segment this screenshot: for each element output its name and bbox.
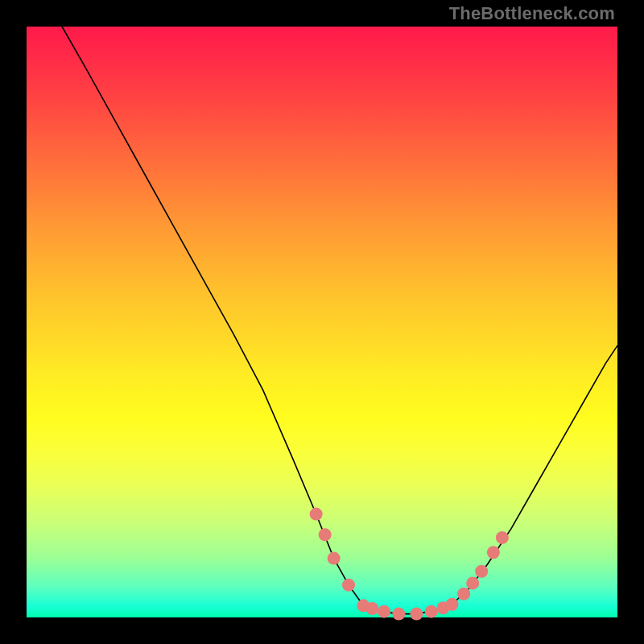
marker-dot: [457, 588, 470, 601]
marker-dot: [410, 608, 423, 621]
marker-group: [310, 508, 509, 621]
plot-area: [27, 27, 617, 617]
marker-dot: [342, 579, 355, 592]
marker-dot: [487, 546, 500, 559]
marker-dot: [378, 605, 390, 618]
marker-dot: [425, 605, 438, 618]
bottleneck-curve: [62, 27, 617, 614]
marker-dot: [496, 531, 509, 544]
marker-dot: [475, 565, 488, 578]
marker-dot: [319, 528, 332, 541]
chart-frame: TheBottleneck.com: [0, 0, 644, 644]
marker-dot: [392, 608, 405, 621]
marker-dot: [365, 602, 378, 615]
marker-dot: [328, 552, 341, 565]
watermark-text: TheBottleneck.com: [449, 3, 615, 24]
curve-svg: [27, 27, 617, 617]
marker-dot: [445, 598, 458, 611]
marker-dot: [310, 508, 323, 521]
marker-dot: [466, 576, 479, 589]
